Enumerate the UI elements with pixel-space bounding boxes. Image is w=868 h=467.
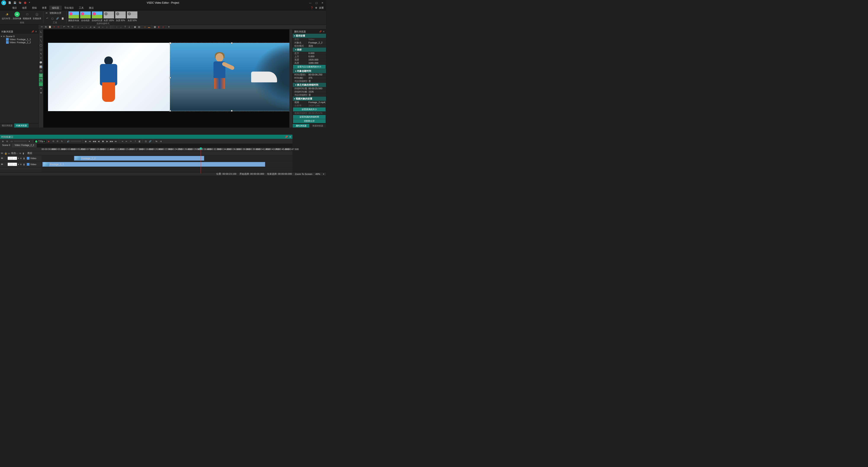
freeform-icon[interactable]: ✎	[39, 52, 43, 56]
menu-view[interactable]: 查看	[39, 6, 49, 10]
prop-value[interactable]: 混合	[307, 44, 326, 47]
pin-icon[interactable]: 📌	[31, 30, 34, 33]
undo2-icon[interactable]: ↶	[62, 25, 66, 29]
zoom-dropdown-icon[interactable]: ▾	[323, 173, 324, 175]
more-icon[interactable]: ▾	[167, 25, 171, 29]
menu-scene[interactable]: 场景	[20, 6, 29, 10]
pin-icon[interactable]: 📌	[285, 136, 288, 138]
prop-action-button[interactable]: 设置原来的大小	[293, 107, 326, 111]
video-effects-button[interactable]: 🖵 视频效果	[23, 11, 32, 20]
prop-value[interactable]: 否	[307, 93, 326, 96]
last-frame-icon[interactable]: ⏭	[114, 139, 118, 143]
prop-section[interactable]: 坐标	[293, 47, 326, 52]
bars-icon[interactable]: ▮	[23, 152, 25, 155]
timeline-clip-2[interactable]: Footage_2_2	[74, 156, 204, 161]
prop-section[interactable]: 视频对象的设置	[293, 97, 326, 101]
tree-item-video1[interactable]: Video: Footage_1_1	[1, 38, 37, 41]
panel-close-icon[interactable]: ✕	[289, 136, 291, 138]
text-icon[interactable]: T	[39, 56, 43, 60]
prop-section[interactable]: 接之对象的持续时间	[293, 83, 326, 87]
snap-tl-icon[interactable]: ⊡	[144, 139, 148, 143]
prev-frame-icon[interactable]: ◀◀	[92, 139, 96, 143]
prop-value[interactable]: 1920.000	[307, 58, 326, 61]
paste-icon[interactable]: 📋	[61, 16, 65, 20]
qat-record-icon[interactable]: ⬤	[24, 1, 27, 4]
spline-icon[interactable]: ≋	[39, 87, 43, 90]
underline-icon[interactable]: U	[161, 25, 165, 29]
tl-remove-icon[interactable]: ⊖	[5, 139, 9, 143]
timeline-tab-clip[interactable]: Video: Footage_2_2	[12, 143, 36, 147]
prop-value[interactable]: Footage_2_2	[307, 41, 326, 44]
settings-label[interactable]: 设置	[319, 6, 324, 9]
prop-value[interactable]: 00:00:25.583	[307, 87, 326, 90]
tl-frame-icon[interactable]: ▭	[9, 139, 13, 143]
line-icon[interactable]: ╲	[39, 39, 43, 43]
vol-slider[interactable]	[70, 141, 81, 142]
tab-properties[interactable]: 属性浏览器	[293, 124, 309, 128]
qat-dropdown-icon[interactable]: ▾	[29, 1, 32, 4]
align-hcenter-icon[interactable]: ⫠	[80, 25, 84, 29]
align-top-icon[interactable]: ⫡	[89, 25, 92, 29]
audio-add-icon[interactable]: ♪	[39, 82, 43, 86]
arrow-top-icon[interactable]: ⤒	[123, 25, 127, 29]
overwrite-icon[interactable]: ⇉	[159, 139, 163, 143]
prop-value[interactable]: 00:00:25.579	[307, 111, 326, 114]
wave-icon[interactable]: ≋	[19, 152, 22, 155]
prop-section[interactable]: 对象创建时间	[293, 69, 326, 73]
video-add-icon[interactable]: 🎬	[39, 78, 43, 82]
chevron-down-icon[interactable]: ▾	[18, 157, 19, 159]
maximize-button[interactable]: ▢	[315, 1, 317, 4]
settings-gear-icon[interactable]: ⚙	[315, 6, 317, 9]
tab-resources[interactable]: 资源浏览器	[309, 124, 326, 128]
preset-thumb-5[interactable]	[127, 11, 137, 19]
prop-value[interactable]: Footage_2.mp4; ID	[307, 101, 326, 104]
split-icon[interactable]: ⫲	[133, 139, 137, 143]
tab-project-browser[interactable]: 项目浏览器	[0, 124, 14, 128]
rect-icon[interactable]: ▭	[39, 35, 43, 38]
menu-tools[interactable]: 工具	[76, 6, 86, 10]
cut-region-icon[interactable]: ✂	[129, 139, 133, 143]
copy-icon[interactable]: ⧉	[44, 25, 48, 29]
wizard-button[interactable]: ✨ 运行向导…	[3, 11, 12, 20]
preset-thumb-2[interactable]	[92, 11, 102, 19]
prop-action-button[interactable]: 设置资源的持续时间	[293, 115, 326, 119]
panel-close-icon[interactable]: ✕	[323, 30, 325, 33]
prop-action-button[interactable]: 切割和分开	[293, 119, 326, 123]
pin-icon[interactable]: 📌	[319, 30, 322, 33]
tree-item-video2[interactable]: Video: Footage_2_2	[1, 41, 37, 44]
ripple-icon[interactable]: ↹	[154, 139, 158, 143]
undo-icon[interactable]: ↶	[45, 16, 49, 20]
qat-new-icon[interactable]: 📄	[8, 1, 11, 4]
prop-value[interactable]: 0.000	[307, 52, 326, 55]
mark-out-icon[interactable]: ⇤	[125, 139, 128, 143]
arrow-bottom-icon[interactable]: ⤓	[127, 25, 131, 29]
fit-width-icon[interactable]: ↔	[101, 25, 105, 29]
stop-icon[interactable]: ⏹	[101, 139, 105, 143]
qat-save-icon[interactable]: 💾	[13, 1, 17, 4]
loop-icon[interactable]: ⟲	[51, 139, 55, 143]
eye-icon[interactable]: 👁	[1, 157, 3, 160]
preview-clip-2-selected[interactable]	[170, 43, 289, 111]
preset-thumb-0[interactable]	[68, 11, 79, 19]
crop-tl-icon[interactable]: ◧	[137, 139, 142, 143]
add-object-button[interactable]: + 添加对象	[12, 11, 22, 20]
preset-thumb-4[interactable]	[115, 11, 126, 19]
fit-both-icon[interactable]: ⛶	[109, 25, 113, 29]
qat-saveall-icon[interactable]: 📚	[19, 1, 22, 4]
bars-mini-icon[interactable]: ▮	[23, 163, 26, 166]
rounded-icon[interactable]: ▢	[39, 47, 43, 52]
chart-icon[interactable]: 📊	[39, 65, 43, 69]
timeline-clip-1[interactable]: Footage_1_1	[42, 162, 265, 167]
lock-icon[interactable]: 🔒	[4, 152, 7, 155]
history-icon[interactable]: ⟲	[70, 25, 74, 29]
align-bottom-icon[interactable]: ⫣	[97, 25, 100, 29]
preview-canvas[interactable]	[43, 29, 289, 128]
fit-height-icon[interactable]: ↕	[105, 25, 109, 29]
menu-edit[interactable]: 剪辑	[29, 6, 39, 10]
pointer-icon[interactable]: ↖	[39, 30, 43, 34]
menu-activate[interactable]: 激活	[86, 6, 96, 10]
eye-icon[interactable]: 👁	[1, 152, 3, 155]
prop-value[interactable]: 否	[307, 79, 326, 82]
link-tl-icon[interactable]: 🔗	[148, 139, 152, 143]
counter-icon[interactable]: ⏱	[39, 69, 43, 73]
